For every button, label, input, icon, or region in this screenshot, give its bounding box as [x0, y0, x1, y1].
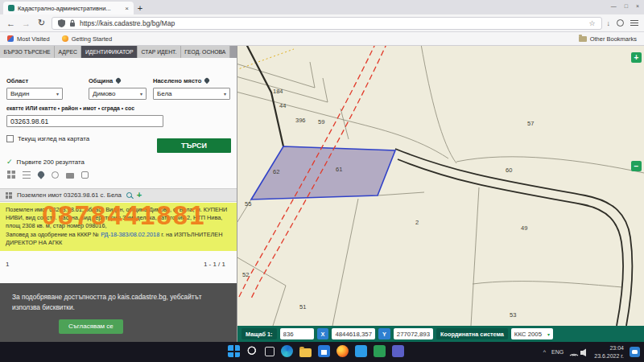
- crs-select[interactable]: ККС 2005 ▾: [511, 328, 553, 339]
- bookmarks-bar: Most Visited Getting Started Other Bookm…: [0, 32, 644, 46]
- account-icon[interactable]: [617, 19, 624, 27]
- identifier-input[interactable]: [6, 115, 163, 127]
- bookmark-label: Most Visited: [17, 35, 50, 43]
- edge-icon[interactable]: [281, 345, 293, 357]
- other-bookmarks-label: Other Bookmarks: [590, 35, 637, 43]
- menu-icon[interactable]: [630, 20, 638, 27]
- parcel-label[interactable]: 60: [506, 167, 512, 174]
- parcel-label[interactable]: 61: [336, 166, 342, 173]
- current-view-checkbox-row[interactable]: Текущ изглед на картата: [6, 135, 89, 142]
- parcel-label[interactable]: 53: [510, 311, 516, 319]
- cadastral-map[interactable]: 184 44 396 59 57 62 61 60 55 2 49 52 51 …: [237, 46, 644, 342]
- parcel-icon: [6, 192, 12, 199]
- search-sidebar: БЪРЗО ТЪРСЕНЕ АДРЕС ИДЕНТИФИКАТОР СТАР И…: [0, 46, 237, 342]
- new-tab-button[interactable]: +: [134, 2, 147, 14]
- app-icon-green[interactable]: [374, 345, 386, 357]
- other-bookmarks[interactable]: Other Bookmarks: [579, 35, 637, 43]
- oblast-select[interactable]: Видин ▾: [6, 88, 63, 100]
- results-note-row: ✓ Първите 200 резултата: [6, 158, 85, 166]
- parcel-label[interactable]: 396: [295, 117, 306, 124]
- tab-close-icon[interactable]: ×: [125, 5, 129, 12]
- parcel-label[interactable]: 51: [299, 303, 306, 311]
- taskbar-clock[interactable]: 23:04 23.6.2022 г.: [594, 344, 624, 360]
- page-number[interactable]: 1: [6, 261, 9, 268]
- back-icon[interactable]: ←: [6, 19, 16, 28]
- file-explorer-icon[interactable]: [299, 348, 312, 357]
- address-bar[interactable]: https://kais.cadastre.bg/bg/Map ☆: [52, 17, 602, 30]
- forward-icon[interactable]: →: [21, 19, 31, 28]
- minimize-icon[interactable]: —: [611, 3, 617, 9]
- network-volume-icons[interactable]: [569, 348, 588, 356]
- shield-icon[interactable]: [58, 19, 65, 27]
- close-icon[interactable]: ×: [636, 3, 639, 9]
- parcel-label[interactable]: 62: [273, 168, 279, 175]
- windows-taskbar: ^ ENG 23:04 23.6.2022 г.: [0, 342, 644, 362]
- printer-icon[interactable]: [66, 173, 74, 179]
- order-link[interactable]: РД-18-383/08.02.2018: [101, 231, 159, 238]
- tab-address[interactable]: АДРЕС: [55, 46, 81, 58]
- downloads-icon[interactable]: ↓: [607, 19, 611, 27]
- grid-view-icon[interactable]: [7, 171, 15, 179]
- bookmark-star-icon[interactable]: ☆: [588, 19, 595, 27]
- store-icon[interactable]: [318, 345, 330, 357]
- folder-icon: [579, 36, 587, 42]
- map-status-bar: Мащаб 1: X 4844618,357 Y 277072,893 Коор…: [237, 326, 644, 342]
- parcel-label[interactable]: 57: [527, 120, 534, 127]
- browser-tab[interactable]: Кадастрално-административни... ×: [3, 2, 134, 14]
- maximize-icon[interactable]: □: [625, 3, 628, 9]
- location-pin-icon[interactable]: [204, 76, 210, 83]
- browser-tab-bar: Кадастрално-административни... × + — □ ×: [0, 0, 644, 14]
- parcel-label[interactable]: 55: [245, 200, 251, 208]
- time-text: 23:04: [594, 344, 624, 352]
- map-pin-icon[interactable]: [36, 170, 45, 179]
- app-icon-purple[interactable]: [392, 345, 404, 357]
- cookie-accept-button[interactable]: Съгласявам се: [59, 319, 123, 334]
- naseleno-select[interactable]: Бела ▾: [153, 88, 230, 100]
- tab-quick-search[interactable]: БЪРЗО ТЪРСЕНЕ: [0, 46, 55, 58]
- app-icon-blue[interactable]: [355, 345, 367, 357]
- bookmark-most-visited[interactable]: Most Visited: [7, 35, 50, 43]
- chevron-down-icon: ▾: [547, 331, 550, 337]
- result-title: Поземлен имот 03263.98.61 с. Бела: [17, 191, 122, 199]
- page-content: БЪРЗО ТЪРСЕНЕ АДРЕС ИДЕНТИФИКАТОР СТАР И…: [0, 46, 644, 342]
- notification-center-icon[interactable]: [630, 347, 640, 357]
- add-result-icon[interactable]: +: [137, 191, 142, 200]
- reload-icon[interactable]: ↻: [36, 18, 47, 28]
- bookmark-getting-started[interactable]: Getting Started: [62, 35, 112, 43]
- locate-icon[interactable]: [52, 171, 59, 179]
- current-view-label: Текущ изглед на картата: [18, 135, 89, 142]
- search-button[interactable]: ТЪРСИ: [157, 138, 231, 153]
- tray-expand-icon[interactable]: ^: [543, 349, 546, 355]
- browser-nav-bar: ← → ↻ https://kais.cadastre.bg/bg/Map ☆ …: [0, 14, 644, 32]
- x-label: X: [317, 328, 329, 339]
- pagination: 1 1 - 1 / 1: [6, 261, 225, 268]
- parcel-label[interactable]: 44: [279, 102, 286, 109]
- most-visited-icon: [7, 35, 14, 42]
- firefox-icon[interactable]: [336, 345, 349, 357]
- parcel-label[interactable]: 49: [521, 224, 527, 232]
- lock-icon: [69, 19, 76, 27]
- parcel-label[interactable]: 184: [273, 88, 283, 95]
- parcel-label[interactable]: 52: [242, 271, 249, 278]
- zoom-to-result-icon[interactable]: [126, 192, 132, 198]
- tab-identifier[interactable]: ИДЕНТИФИКАТОР: [81, 46, 138, 58]
- parcel-label[interactable]: 2: [415, 219, 419, 226]
- start-button-icon[interactable]: [228, 345, 240, 357]
- language-indicator[interactable]: ENG: [551, 349, 564, 355]
- bookmark-label: Getting Started: [72, 35, 112, 43]
- zoom-in-button[interactable]: +: [631, 52, 642, 63]
- list-view-icon[interactable]: [23, 171, 31, 179]
- getting-started-icon: [62, 35, 68, 42]
- scale-input[interactable]: [280, 328, 314, 339]
- checkbox-icon[interactable]: [6, 135, 14, 142]
- parcel-label[interactable]: 59: [318, 118, 324, 125]
- tab-old-ident[interactable]: СТАР ИДЕНТ.: [138, 46, 181, 58]
- taskbar-search-icon[interactable]: [246, 345, 258, 357]
- obshtina-select[interactable]: Димово ▾: [89, 88, 147, 100]
- tab-geod-base[interactable]: ГЕОД. ОСНОВА: [181, 46, 230, 58]
- task-view-icon[interactable]: [265, 347, 275, 356]
- obshtina-value: Димово: [93, 90, 115, 97]
- location-pin-icon[interactable]: [115, 76, 122, 83]
- zoom-out-button[interactable]: −: [631, 161, 642, 171]
- info-icon[interactable]: [81, 171, 89, 179]
